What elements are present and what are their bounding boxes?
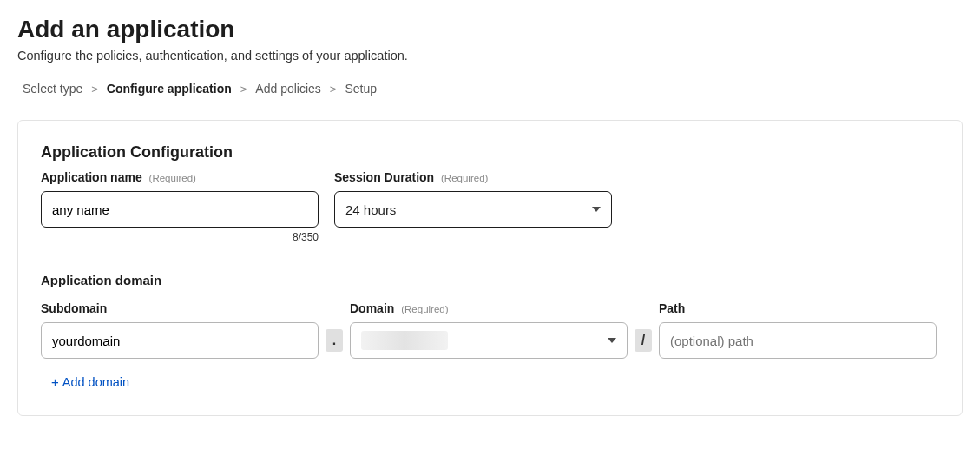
add-domain-label: Add domain bbox=[62, 375, 129, 389]
chevron-down-icon bbox=[592, 207, 601, 212]
field-domain: Domain (Required) bbox=[350, 301, 628, 359]
required-badge: (Required) bbox=[149, 173, 196, 183]
config-panel: Application Configuration Application na… bbox=[17, 120, 963, 416]
page-title: Add an application bbox=[17, 16, 963, 43]
label-path: Path bbox=[659, 301, 937, 315]
breadcrumb-step-configure-application[interactable]: Configure application bbox=[107, 82, 232, 96]
plus-icon: + bbox=[51, 374, 59, 389]
label-subdomain: Subdomain bbox=[41, 301, 319, 315]
breadcrumb-step-add-policies[interactable]: Add policies bbox=[255, 82, 321, 96]
path-input[interactable] bbox=[659, 322, 937, 359]
breadcrumb-step-setup[interactable]: Setup bbox=[345, 82, 377, 96]
chevron-right-icon: > bbox=[330, 83, 337, 96]
session-duration-select[interactable]: 24 hours bbox=[334, 191, 612, 228]
page-subtitle: Configure the policies, authentication, … bbox=[17, 49, 963, 63]
section-title-app-config: Application Configuration bbox=[41, 143, 939, 162]
subdomain-input[interactable] bbox=[41, 322, 319, 359]
domain-select[interactable] bbox=[350, 322, 628, 359]
chevron-right-icon: > bbox=[240, 83, 247, 96]
required-badge: (Required) bbox=[401, 304, 448, 314]
breadcrumb-step-select-type[interactable]: Select type bbox=[23, 82, 82, 96]
field-subdomain: Subdomain bbox=[41, 301, 319, 359]
label-session-duration: Session Duration (Required) bbox=[334, 170, 612, 184]
required-badge: (Required) bbox=[441, 173, 488, 183]
dot-separator: . bbox=[326, 329, 343, 352]
label-application-name: Application name (Required) bbox=[41, 170, 319, 184]
label-domain: Domain (Required) bbox=[350, 301, 628, 315]
session-duration-value: 24 hours bbox=[345, 202, 396, 217]
char-counter: 8/350 bbox=[41, 231, 319, 243]
chevron-down-icon bbox=[608, 338, 616, 343]
application-name-input[interactable] bbox=[41, 191, 319, 228]
chevron-right-icon: > bbox=[91, 83, 98, 96]
field-path: Path bbox=[659, 301, 937, 359]
breadcrumb: Select type > Configure application > Ad… bbox=[23, 82, 963, 96]
section-title-app-domain: Application domain bbox=[41, 273, 939, 287]
add-domain-button[interactable]: + Add domain bbox=[51, 374, 129, 389]
field-session-duration: Session Duration (Required) 24 hours bbox=[334, 170, 612, 228]
field-application-name: Application name (Required) 8/350 bbox=[41, 170, 319, 243]
slash-separator: / bbox=[635, 329, 652, 352]
domain-value-placeholder bbox=[361, 331, 448, 350]
